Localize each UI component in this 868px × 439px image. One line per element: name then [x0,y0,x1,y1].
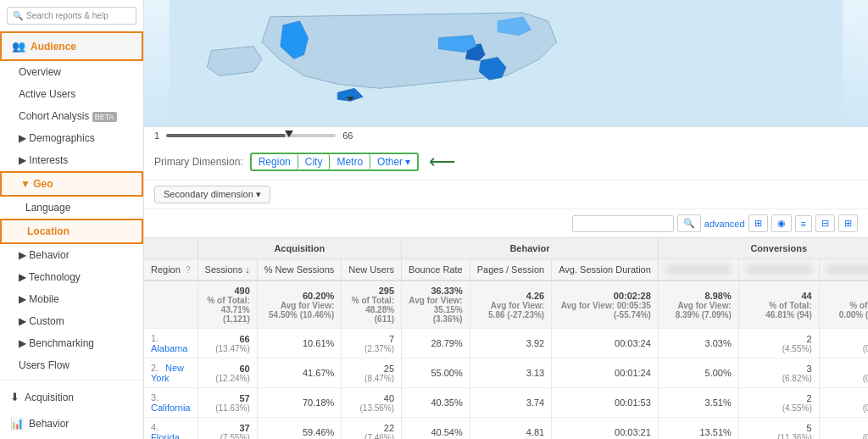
sidebar-audience-label: Audience [31,41,76,53]
col-bounce[interactable]: Bounce Rate [402,259,470,281]
region-link[interactable]: Alabama [151,343,187,353]
dim-other-btn[interactable]: Other ▾ [370,154,417,169]
dim-city-btn[interactable]: City [298,154,331,169]
secondary-dimension-label: Secondary dimension [164,189,253,199]
totals-pages: 4.26 Avg for View: 5.86 (-27.23%) [470,281,552,329]
sidebar-item-technology[interactable]: ▶ Technology [0,266,143,288]
totals-label [144,281,198,329]
range-max: 66 [342,131,353,141]
cell-conv2: 2 (4.55%) [738,329,819,358]
cell-conv3: $0.00 (0.00%) [819,329,868,358]
sidebar-item-demographics[interactable]: ▶ Demographics [0,127,143,149]
col-sessions[interactable]: Sessions ↓ [198,259,257,281]
sidebar-acquisition-label: Acquisition [25,392,74,403]
svg-marker-2 [207,47,262,76]
col-region: Region ? [144,259,198,281]
sidebar-item-acquisition[interactable]: ⬇ Acquisition [0,384,143,410]
map-area [144,0,868,127]
primary-dimension-bar: Primary Dimension: Region City Metro Oth… [144,144,868,181]
table-row: 1. Alabama 66 (13.47%) 10.61% 7 (2.37%) … [144,329,868,358]
cell-conv1: 13.51% [658,418,738,440]
cell-bounce: 28.79% [402,329,470,358]
table-row: 2. New York 60 (12.24%) 41.67% 25 (8.47%… [144,358,868,388]
cell-bounce: 55.00% [402,358,470,388]
range-track[interactable] [166,134,336,137]
secondary-dimension-btn[interactable]: Secondary dimension ▾ [154,186,270,203]
region-link[interactable]: California [151,403,190,413]
cell-conv3: $0.00 (0.00%) [819,388,868,418]
table-search-input[interactable] [572,215,674,232]
cell-conv3: $0.00 (0.00%) [819,358,868,388]
green-arrow-icon: ⟵ [429,151,456,173]
range-bar: 1 66 [144,127,868,144]
view-grid-btn[interactable]: ⊞ [748,214,768,232]
view-list-btn[interactable]: ≡ [795,215,812,232]
sidebar-item-behavior-main[interactable]: 📊 Behavior [0,410,143,436]
main-content: 1 66 Primary Dimension: Region City Metr… [144,0,868,439]
sidebar-item-benchmarking[interactable]: ▶ Benchmarking [0,332,143,354]
sidebar-item-interests[interactable]: ▶ Interests [0,149,143,171]
cell-new-users: 40 (13.56%) [342,388,402,418]
cell-conv1: 5.00% [658,358,738,388]
cell-new-users: 22 (7.46%) [342,418,402,440]
dim-region-btn[interactable]: Region [252,154,298,169]
cell-pct-new: 41.67% [257,358,342,388]
sidebar: 🔍 Search reports & help 👥 Audience Overv… [0,0,144,439]
view-chart-btn[interactable]: ◉ [771,214,792,232]
sidebar-item-users-flow[interactable]: Users Flow [0,354,143,376]
sidebar-item-active-users[interactable]: Active Users [0,83,143,105]
cell-conv1: 3.03% [658,329,738,358]
cell-new-users: 25 (8.47%) [342,358,402,388]
cell-duration: 00:03:21 [552,418,659,440]
col-conv3[interactable]: ██████████ [819,259,868,281]
totals-bounce: 36.33% Avg for View: 35.15% (3.36%) [402,281,470,329]
range-min: 1 [154,131,159,141]
table-row: 3. California 57 (11.63%) 70.18% 40 (13.… [144,388,868,418]
cell-pct-new: 10.61% [257,329,342,358]
search-icon-btn[interactable]: 🔍 [677,214,701,232]
cell-conv1: 3.51% [658,388,738,418]
sidebar-item-custom[interactable]: ▶ Custom [0,310,143,332]
sidebar-item-audience[interactable]: 👥 Audience [0,31,143,61]
cell-region: 4. Florida [144,418,198,440]
sidebar-item-behavior[interactable]: ▶ Behavior [0,244,143,266]
totals-conv2: 44 % of Total: 46.81% (94) [738,281,819,329]
cell-sessions: 60 (12.24%) [198,358,257,388]
cell-duration: 00:01:53 [552,388,659,418]
secondary-dimension-bar: Secondary dimension ▾ [144,181,868,209]
audience-icon: 👥 [12,40,25,53]
cell-sessions: 66 (13.47%) [198,329,257,358]
sidebar-item-cohort[interactable]: Cohort Analysis BETA [0,105,143,127]
search-box[interactable]: 🔍 Search reports & help [7,7,136,25]
cell-sessions: 57 (11.63%) [198,388,257,418]
col-duration[interactable]: Avg. Session Duration [552,259,659,281]
acquisition-icon: ⬇ [10,391,19,403]
table-row: 4. Florida 37 (7.55%) 59.46% 22 (7.46%) … [144,418,868,440]
col-conv1[interactable]: ██████████ [658,259,738,281]
col-pct-new[interactable]: % New Sessions [257,259,342,281]
cell-conv3: $0.00 (0.00%) [819,418,868,440]
sidebar-behavior-label: Behavior [29,418,69,430]
cell-bounce: 40.35% [402,388,470,418]
sidebar-item-overview[interactable]: Overview [0,61,143,83]
totals-new-users: 295 % of Total: 48.28% (611) [342,281,402,329]
sidebar-item-location[interactable]: Location [0,219,143,244]
region-link[interactable]: Florida [151,432,180,439]
advanced-link[interactable]: advanced [704,219,745,229]
behavior-icon: 📊 [10,417,24,430]
region-header [144,238,198,259]
col-new-users[interactable]: New Users [342,259,402,281]
behavior-header: Behavior [402,238,659,259]
col-pages[interactable]: Pages / Session [470,259,552,281]
sidebar-item-mobile[interactable]: ▶ Mobile [0,288,143,310]
view-pivot-btn[interactable]: ⊟ [815,214,835,232]
view-compare-btn[interactable]: ⊞ [838,214,858,232]
table-toolbar: 🔍 advanced ⊞ ◉ ≡ ⊟ ⊞ [144,209,868,238]
cell-pages: 3.74 [470,388,552,418]
cell-conv2: 5 (11.36%) [738,418,819,440]
sidebar-item-geo[interactable]: ▼ Geo [0,171,143,197]
sidebar-item-language[interactable]: Language [0,197,143,219]
cell-duration: 00:03:24 [552,329,659,358]
dim-metro-btn[interactable]: Metro [330,154,370,169]
col-conv2[interactable]: ██████████ [738,259,819,281]
